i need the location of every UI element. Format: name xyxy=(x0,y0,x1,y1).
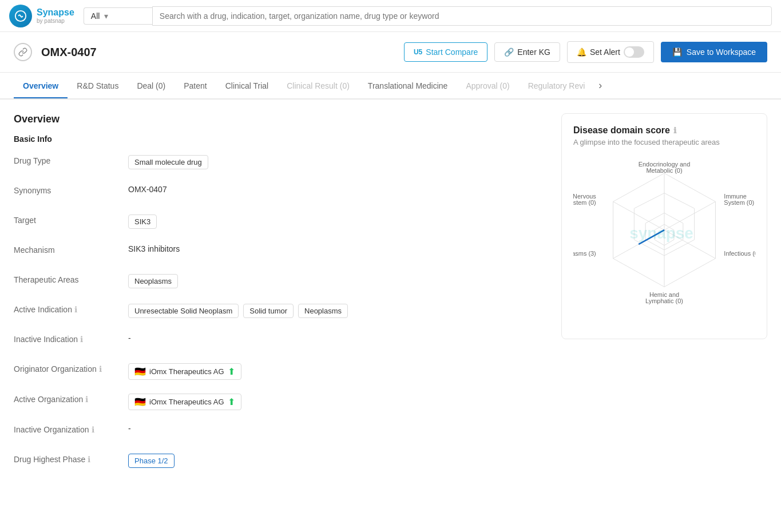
target-label: Target xyxy=(14,215,128,225)
set-alert-area: 🔔 Set Alert xyxy=(567,41,654,63)
top-navbar: Synapse by patsnap All ▾ xyxy=(0,0,781,32)
tab-approval[interactable]: Approval (0) xyxy=(457,74,518,98)
active-indication-info-icon: ℹ xyxy=(74,305,77,314)
indication-tag-3[interactable]: Neoplasms xyxy=(298,304,348,318)
compare-label: Start Compare xyxy=(426,47,478,57)
svg-text:System (0): System (0) xyxy=(724,199,754,206)
inactive-indication-label: Inactive Indication ℹ xyxy=(14,334,128,344)
tab-overview[interactable]: Overview xyxy=(14,74,68,98)
originator-org-badge[interactable]: 🇩🇪 iOmx Therapeutics AG ⬆ xyxy=(128,363,241,380)
synonyms-row: Synonyms OMX-0407 xyxy=(14,185,548,201)
active-org-name: iOmx Therapeutics AG xyxy=(149,398,224,406)
search-input-wrap xyxy=(152,6,772,26)
brand-name: Synapse xyxy=(37,7,74,18)
inactive-org-value: - xyxy=(128,424,548,433)
target-value: SIK3 xyxy=(128,215,548,229)
synonyms-text: OMX-0407 xyxy=(128,185,167,194)
inactive-org-info-icon: ℹ xyxy=(92,425,94,434)
drug-type-row: Drug Type Small molecule drug xyxy=(14,155,548,171)
logo-icon xyxy=(9,5,32,27)
drug-type-value: Small molecule drug xyxy=(128,155,548,169)
tabs-bar: Overview R&D Status Deal (0) Patent Clin… xyxy=(0,73,781,100)
inactive-org-row: Inactive Organization ℹ - xyxy=(14,424,548,440)
search-input[interactable] xyxy=(160,11,764,21)
therapeutic-areas-row: Therapeutic Areas Neoplasms xyxy=(14,274,548,290)
save-workspace-button[interactable]: 💾 Save to Workspace xyxy=(661,42,767,62)
originator-org-row: Originator Organization ℹ 🇩🇪 iOmx Therap… xyxy=(14,363,548,380)
drug-type-label: Drug Type xyxy=(14,155,128,165)
filter-value: All xyxy=(91,11,100,21)
tab-patent[interactable]: Patent xyxy=(175,74,216,98)
mechanism-row: Mechanism SIK3 inhibitors xyxy=(14,244,548,260)
inactive-indication-info-icon: ℹ xyxy=(80,335,83,344)
highest-phase-row: Drug Highest Phase ℹ Phase 1/2 xyxy=(14,454,548,470)
tab-rd-status[interactable]: R&D Status xyxy=(68,74,128,98)
active-org-info-icon: ℹ xyxy=(85,395,88,404)
svg-text:Metabolic (0): Metabolic (0) xyxy=(646,167,682,174)
highest-phase-value: Phase 1/2 xyxy=(128,454,548,468)
active-org-label: Active Organization ℹ xyxy=(14,394,128,404)
org-trend-icon: ⬆ xyxy=(228,366,235,377)
indication-tag-2[interactable]: Solid tumor xyxy=(243,304,294,318)
chart-info-icon: ℹ xyxy=(673,126,676,135)
alert-label: Set Alert xyxy=(590,47,620,57)
phase-tag[interactable]: Phase 1/2 xyxy=(128,454,175,468)
enter-kg-button[interactable]: 🔗 Enter KG xyxy=(494,42,560,62)
tab-clinical-result[interactable]: Clinical Result (0) xyxy=(277,74,359,98)
brand-sub: by patsnap xyxy=(37,18,74,25)
synonyms-value: OMX-0407 xyxy=(128,185,548,194)
main-content: Overview Basic Info Drug Type Small mole… xyxy=(14,113,548,483)
tab-deal[interactable]: Deal (0) xyxy=(128,74,175,98)
mechanism-text: SIK3 inhibitors xyxy=(128,244,180,253)
therapeutic-areas-value: Neoplasms xyxy=(128,274,548,288)
target-tag[interactable]: SIK3 xyxy=(128,215,157,229)
therapeutic-areas-tag[interactable]: Neoplasms xyxy=(128,274,178,288)
active-org-badge[interactable]: 🇩🇪 iOmx Therapeutics AG ⬆ xyxy=(128,394,241,410)
target-row: Target SIK3 xyxy=(14,215,548,231)
save-label: Save to Workspace xyxy=(687,47,756,57)
basic-info-title: Basic Info xyxy=(14,134,548,144)
inactive-org-label: Inactive Organization ℹ xyxy=(14,424,128,434)
originator-org-info-icon: ℹ xyxy=(99,364,102,374)
inactive-indication-row: Inactive Indication ℹ - xyxy=(14,334,548,350)
drug-type-tag[interactable]: Small molecule drug xyxy=(128,155,208,169)
highest-phase-label: Drug Highest Phase ℹ xyxy=(14,454,128,464)
tab-clinical-trial[interactable]: Clinical Trial xyxy=(216,74,277,98)
active-indication-label: Active Indication ℹ xyxy=(14,304,128,314)
svg-text:Neoplasms (3): Neoplasms (3) xyxy=(573,250,596,257)
logo-text: Synapse by patsnap xyxy=(37,7,74,25)
alert-toggle[interactable] xyxy=(624,46,644,58)
disease-domain-panel: Disease domain score ℹ A glimpse into th… xyxy=(561,113,767,339)
highest-phase-info-icon: ℹ xyxy=(88,455,90,464)
mechanism-value: SIK3 inhibitors xyxy=(128,244,548,253)
active-org-value: 🇩🇪 iOmx Therapeutics AG ⬆ xyxy=(128,394,548,410)
originator-org-label: Originator Organization ℹ xyxy=(14,363,128,374)
header-actions: U5 Start Compare 🔗 Enter KG 🔔 Set Alert … xyxy=(404,41,767,63)
indication-tag-1[interactable]: Unresectable Solid Neoplasm xyxy=(128,304,239,318)
tab-translational[interactable]: Translational Medicine xyxy=(359,74,457,98)
originator-org-value: 🇩🇪 iOmx Therapeutics AG ⬆ xyxy=(128,363,548,380)
save-icon: 💾 xyxy=(672,47,682,57)
active-org-trend-icon: ⬆ xyxy=(228,396,235,407)
section-overview-title: Overview xyxy=(14,113,548,125)
active-indication-tags: Unresectable Solid Neoplasm Solid tumor … xyxy=(128,304,548,318)
start-compare-button[interactable]: U5 Start Compare xyxy=(404,42,487,62)
active-org-row: Active Organization ℹ 🇩🇪 iOmx Therapeuti… xyxy=(14,394,548,410)
synonyms-label: Synonyms xyxy=(14,185,128,195)
originator-org-name: iOmx Therapeutics AG xyxy=(149,367,224,376)
tabs-more-icon[interactable]: › xyxy=(594,73,606,98)
drug-icon xyxy=(14,43,32,61)
search-filter-dropdown[interactable]: All ▾ xyxy=(84,7,152,25)
svg-text:synapse: synapse xyxy=(629,224,693,242)
chart-title: Disease domain score ℹ xyxy=(573,125,755,136)
therapeutic-areas-label: Therapeutic Areas xyxy=(14,274,128,284)
inactive-indication-value: - xyxy=(128,334,548,343)
radar-chart: synapse Endocrinology and Metabolic (0) … xyxy=(573,156,755,327)
active-indication-row: Active Indication ℹ Unresectable Solid N… xyxy=(14,304,548,320)
chart-subtitle: A glimpse into the focused therapeutic a… xyxy=(573,138,755,146)
drug-header: OMX-0407 U5 Start Compare 🔗 Enter KG 🔔 S… xyxy=(0,32,781,73)
kg-label: Enter KG xyxy=(517,47,550,57)
logo-area: Synapse by patsnap xyxy=(9,5,74,27)
tab-regulatory[interactable]: Regulatory Revi xyxy=(519,74,594,98)
content-area: Overview Basic Info Drug Type Small mole… xyxy=(0,100,781,497)
